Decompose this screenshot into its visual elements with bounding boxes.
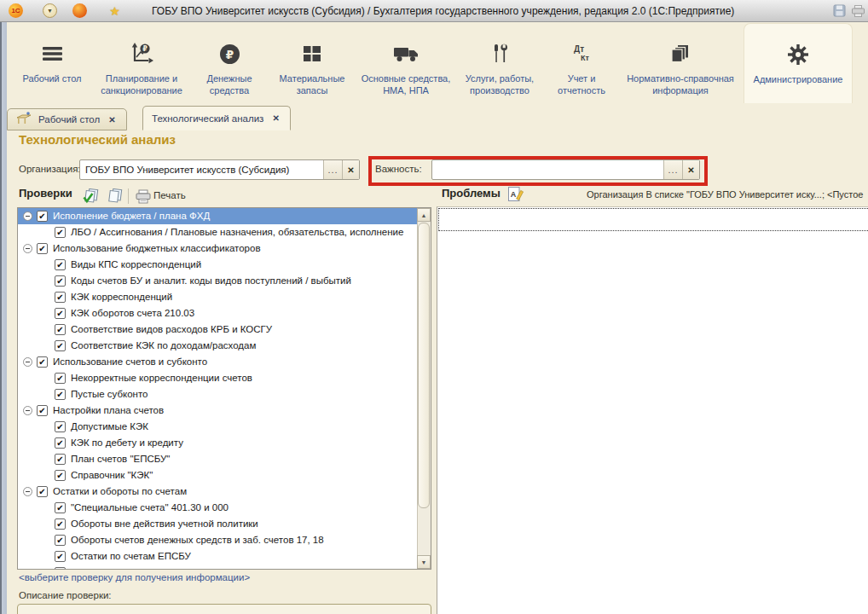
- tree-row[interactable]: ✔Справочник "КЭК": [18, 467, 417, 484]
- ribbon-section-6[interactable]: Услуги, работы, производство: [454, 24, 546, 104]
- checkbox[interactable]: ✔: [55, 518, 66, 530]
- importance-label: Важность:: [375, 164, 422, 174]
- onec-logo-icon[interactable]: 1С: [9, 3, 23, 18]
- dropdown-arrow-icon[interactable]: ▼: [43, 3, 57, 18]
- copy-sheets-icon[interactable]: [104, 187, 124, 206]
- check-all-icon[interactable]: [80, 187, 101, 206]
- collapse-icon[interactable]: [23, 244, 32, 253]
- stacked-docs-icon: [670, 41, 692, 67]
- tree-row-label: КЭК оборотов счета 210.03: [71, 305, 194, 321]
- tree-row[interactable]: ✔Допустимые КЭК: [18, 419, 417, 435]
- tree-row[interactable]: ✔Виды КПС корреспонденций: [18, 257, 417, 273]
- printer-icon[interactable]: [133, 187, 153, 206]
- checkbox[interactable]: ✔: [37, 243, 48, 254]
- checkbox[interactable]: ✔: [55, 389, 66, 400]
- organization-field[interactable]: ... ✕: [79, 159, 360, 180]
- tree-row[interactable]: ✔Остатки и обороты по счетам: [18, 484, 417, 500]
- collapse-icon[interactable]: [23, 406, 32, 415]
- tab-tekhnologicheskiy-analiz[interactable]: Технологический анализ ✕: [142, 106, 291, 130]
- tree-row[interactable]: ✔Использование счетов и субконто: [18, 354, 417, 370]
- clear-button[interactable]: ✕: [682, 160, 699, 179]
- tree-row[interactable]: ✔Соответствие КЭК по доходам/расходам: [18, 338, 417, 354]
- window-frame: [0, 22, 7, 614]
- collapse-icon[interactable]: [23, 487, 32, 496]
- tree-row[interactable]: ✔Использование бюджетных классификаторов: [18, 240, 417, 257]
- clear-button[interactable]: ✕: [342, 160, 359, 179]
- tools-icon: [490, 41, 510, 67]
- tree-row[interactable]: ✔ЛБО / Ассигнования / Плановые назначени…: [18, 224, 417, 240]
- checkbox[interactable]: ✔: [55, 470, 66, 481]
- checkbox[interactable]: ✔: [55, 373, 66, 384]
- tree-row-label: Виды КПС корреспонденций: [71, 257, 201, 273]
- tree-row[interactable]: ✔Соответствие видов расходов КРБ и КОСГУ: [18, 321, 417, 338]
- tree-row-label: Некорректные корреспонденции счетов: [71, 370, 252, 386]
- tree-row[interactable]: ✔Исполнение бюджета / плана ФХД: [18, 208, 417, 224]
- checkbox[interactable]: ✔: [37, 211, 48, 222]
- scrollbar[interactable]: ▲ ▼: [417, 208, 431, 569]
- tree-row[interactable]: ✔Настройки плана счетов: [18, 403, 417, 419]
- checkbox[interactable]: ✔: [55, 292, 66, 303]
- tree-row[interactable]: ✔КЭК корреспонденций: [18, 289, 417, 305]
- importance-field[interactable]: ... ✕: [431, 159, 700, 180]
- ribbon-section-3[interactable]: ₽Денежные средства: [193, 24, 266, 104]
- ribbon-section-label: Услуги, работы, производство: [454, 72, 546, 97]
- checkbox[interactable]: ✔: [55, 437, 66, 449]
- checkbox[interactable]: ✔: [37, 486, 48, 497]
- tree-row[interactable]: ✔Обороты вне действия учетной политики: [18, 516, 417, 532]
- checkbox[interactable]: ✔: [55, 324, 66, 335]
- checkbox[interactable]: ✔: [55, 340, 66, 351]
- tree-row[interactable]: ✔КЭК по дебету и кредиту: [18, 435, 417, 451]
- checkbox[interactable]: ✔: [55, 308, 66, 319]
- print-button[interactable]: Печать: [153, 190, 186, 200]
- checkbox[interactable]: ✔: [55, 227, 66, 238]
- choose-ellipsis-button[interactable]: ...: [323, 160, 342, 179]
- tab-rabochiy-stol[interactable]: Рабочий стол ✕: [7, 108, 127, 130]
- scrollbar-thumb[interactable]: [418, 223, 430, 508]
- titlebar: 1С ▼ ★ ГОБУ ВПО Университет искусств (Су…: [0, 0, 868, 22]
- report-settings-icon[interactable]: A: [505, 185, 525, 204]
- collapse-icon[interactable]: [23, 357, 32, 367]
- organization-input[interactable]: [80, 160, 323, 179]
- tree-row[interactable]: ✔Пустые субконто: [18, 386, 417, 403]
- tree-row[interactable]: ✔Коды счетов БУ и аналит. коды видов пос…: [18, 273, 417, 289]
- tree-row[interactable]: ✔КЭК оборотов счета 210.03: [18, 305, 417, 321]
- ribbon-section-4[interactable]: Материальные запасы: [266, 24, 358, 104]
- checkbox[interactable]: ✔: [55, 502, 66, 513]
- checkbox[interactable]: ✔: [37, 356, 48, 368]
- tree-row[interactable]: ✔"Специальные счета" 401.30 и 000: [18, 500, 417, 516]
- tree-row[interactable]: ✔Остатки по счетам ЕПСБУ: [18, 548, 417, 565]
- checkbox[interactable]: ✔: [55, 259, 66, 270]
- collapse-icon[interactable]: [23, 211, 32, 221]
- checkbox[interactable]: ✔: [55, 421, 66, 432]
- checkbox[interactable]: ✔: [55, 551, 66, 562]
- scroll-up-icon[interactable]: ▲: [417, 208, 431, 222]
- tree-row-label: Соответствие КЭК по доходам/расходам: [71, 338, 256, 354]
- tree-row[interactable]: ✔План счетов "ЕПСБУ": [18, 451, 417, 467]
- checkbox[interactable]: ✔: [55, 567, 66, 569]
- tree-row[interactable]: ✔Некорректные корреспонденции счетов: [18, 370, 417, 386]
- checkbox[interactable]: ✔: [37, 405, 48, 416]
- ribbon-section-5[interactable]: Основные средства, НМА, НПА: [358, 24, 454, 104]
- checkbox[interactable]: ✔: [55, 275, 66, 287]
- scroll-down-icon[interactable]: ▼: [417, 555, 431, 569]
- ribbon-section-8[interactable]: Нормативно-справочная информация: [617, 24, 744, 104]
- ribbon-section-2[interactable]: ₽Планирование и санкционирование: [90, 24, 193, 104]
- close-icon[interactable]: ✕: [107, 114, 117, 125]
- choose-ellipsis-button[interactable]: ...: [663, 160, 682, 179]
- importance-input[interactable]: [432, 160, 663, 179]
- description-label: Описание проверки:: [19, 590, 112, 600]
- tree-row[interactable]: ✔: [18, 565, 417, 569]
- save-icon[interactable]: [831, 3, 848, 19]
- record-icon[interactable]: [72, 3, 87, 18]
- checks-panel-title: Проверки: [19, 187, 72, 200]
- select-check-hint-link[interactable]: <выберите проверку для получения информа…: [19, 572, 250, 582]
- checkbox[interactable]: ✔: [55, 535, 66, 546]
- close-icon[interactable]: ✕: [270, 113, 281, 124]
- print-icon[interactable]: [850, 3, 866, 19]
- tree-row[interactable]: ✔Обороты счетов денежных средств и заб. …: [18, 532, 417, 548]
- ribbon-section-7[interactable]: ДтКтУчет и отчетность: [546, 24, 617, 104]
- ribbon-section-9[interactable]: Администрирование: [744, 23, 853, 103]
- checkbox[interactable]: ✔: [55, 454, 66, 465]
- ribbon-section-1[interactable]: Рабочий стол: [14, 24, 90, 104]
- favorites-star-icon[interactable]: ★: [107, 3, 122, 18]
